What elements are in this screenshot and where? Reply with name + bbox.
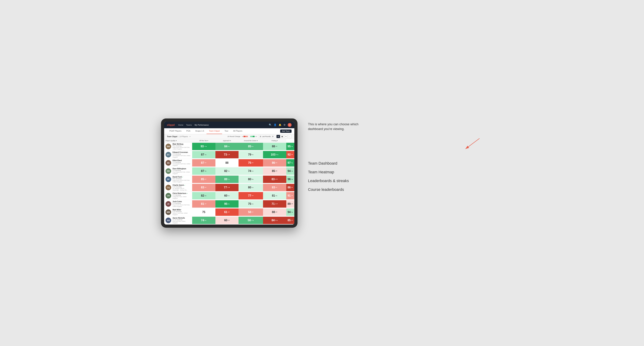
metric-number: 82	[224, 170, 227, 173]
nav-link-home[interactable]: Home	[178, 124, 183, 126]
metric-number: 58	[248, 211, 251, 214]
team-players-count: | 14 Players	[179, 136, 188, 138]
player-name[interactable]: Matt Miller	[172, 209, 191, 211]
col-header-putting: Putting ▾	[263, 139, 286, 142]
metric-value: 61 3▼	[216, 208, 239, 216]
round-change-label: 20 Round Change	[228, 136, 240, 137]
player-cell-9: AN Aaron Nicholls 11-15 Handicap Drift G…	[164, 216, 192, 224]
metric-value: 88 1▼	[263, 143, 286, 150]
player-info: Josh Coles 1-5 Handicap Royal North Devo…	[172, 201, 191, 207]
nav-icons: 🔍 👤 🔔 ⚙ U	[269, 123, 292, 127]
metric-change: 3▲	[291, 178, 293, 180]
metric-approach-5: 80 1▲	[238, 183, 263, 191]
avatar[interactable]: U	[288, 123, 292, 127]
metric-value: 85 4▼	[286, 217, 294, 224]
player-name[interactable]: Chris Robertson✓	[172, 192, 191, 194]
table-row: AN Aaron Nicholls 11-15 Handicap Drift G…	[164, 216, 294, 224]
player-avatar[interactable]: MM	[166, 209, 171, 215]
metric-change: 7▲	[228, 178, 230, 180]
player-name[interactable]: Edward Crossman	[172, 151, 191, 153]
metric-quality-0: 93 +4▲	[192, 142, 216, 151]
player-avatar[interactable]: EC	[166, 152, 171, 158]
sub-nav-pga[interactable]: PGA	[184, 128, 193, 134]
metric-number: 80	[248, 178, 251, 181]
bell-icon[interactable]: 🔔	[278, 124, 282, 126]
metric-value: 103 15▲	[263, 151, 286, 158]
metric-around_green-8: 88 2▼	[263, 208, 286, 216]
player-handicap: 1-5 Handicap	[172, 194, 191, 196]
metric-value: 85 3▼	[192, 176, 216, 183]
nav-link-myperformance[interactable]: My Performance	[194, 124, 209, 126]
player-avatar[interactable]: BM	[166, 144, 171, 149]
metric-number: 82	[201, 194, 204, 197]
player-avatar[interactable]: AN	[166, 218, 171, 223]
add-team-button[interactable]: Add Team	[280, 130, 292, 133]
heatmap-view-btn[interactable]: ▦	[280, 135, 284, 138]
grid-view-btn[interactable]: ⊞	[276, 135, 280, 138]
scale-dark-green	[252, 136, 254, 137]
metric-change: 1▼	[276, 146, 278, 147]
edit-icon[interactable]: ✏	[189, 136, 191, 138]
scale-dark-red	[244, 136, 246, 137]
menu-item-3[interactable]: Course leaderboards	[308, 187, 483, 192]
nav-link-teams[interactable]: Teams	[186, 124, 192, 126]
metric-number: 84	[224, 145, 227, 148]
menu-item-1[interactable]: Team Heatmap	[308, 170, 483, 174]
player-cell-5: CQ Charlie Quick✓ 6-10 Handicap St. Geor…	[164, 183, 192, 191]
page-wrapper: clippd Home Teams My Performance 🔍 👤 🔔 ⚙…	[161, 119, 483, 228]
metric-number: 94	[288, 170, 291, 173]
metric-change: 3▼	[204, 178, 206, 180]
metric-value: 86 8▼	[286, 184, 294, 191]
player-avatar[interactable]: JC	[166, 201, 171, 207]
metric-value: 86 6▼	[263, 159, 286, 167]
metric-change: 3▲	[291, 211, 293, 213]
player-cell-2: EE Elliot Ebert 1-5 Handicap Sunningdale…	[164, 159, 192, 167]
metric-around_green-7: 71 11▼	[263, 200, 286, 208]
player-name[interactable]: David Ford✓	[172, 176, 191, 178]
player-avatar[interactable]: CR	[166, 193, 171, 198]
sub-nav-pgat[interactable]: PGAT Players	[167, 128, 184, 134]
menu-item-2[interactable]: Leaderboards & streaks	[308, 178, 483, 183]
user-icon[interactable]: 👤	[274, 124, 276, 126]
metric-change: 8▲	[204, 219, 206, 221]
col-header-offtee: Off the Tee ▾	[192, 139, 216, 142]
metric-number: 91	[288, 194, 291, 197]
menu-item-0[interactable]: Team Dashboard	[308, 161, 483, 166]
player-avatar[interactable]: CQ	[166, 185, 171, 190]
player-info: Dave Billingham 1-5 Handicap Gog Magog G…	[172, 168, 191, 174]
metric-number: 75	[202, 211, 205, 214]
player-name[interactable]: Aaron Nicholls	[172, 217, 191, 219]
list-view-btn[interactable]: ≡	[284, 135, 288, 138]
player-name[interactable]: Dave Billingham	[172, 168, 191, 170]
sub-nav-allplayers[interactable]: All Players	[231, 128, 245, 134]
metric-value: 87 1▲	[192, 151, 216, 158]
sub-nav-tour[interactable]: Tour	[222, 128, 231, 134]
metric-number: 77	[248, 194, 251, 197]
search-icon[interactable]: 🔍	[269, 124, 272, 126]
player-name[interactable]: Charlie Quick✓	[172, 184, 191, 186]
metric-value: 83 6▼	[263, 184, 286, 191]
nav-links: Home Teams My Performance	[178, 124, 265, 126]
export-btn[interactable]: ↓	[288, 135, 292, 138]
metric-value: 60 2▲	[216, 192, 239, 199]
sub-nav-teamclippd[interactable]: Team Clippd	[206, 128, 222, 134]
verified-icon: ✓	[186, 193, 188, 194]
metric-approach-6: 77 3▼	[238, 191, 263, 200]
metric-off_tee-5: 77 14▼	[216, 183, 239, 191]
player-avatar[interactable]: EE	[166, 160, 171, 166]
player-avatar[interactable]: DB	[166, 168, 171, 174]
player-name[interactable]: Josh Coles	[172, 201, 191, 202]
team-name: Team Clippd	[167, 136, 177, 138]
metric-change: 10▼	[275, 178, 278, 180]
settings-icon[interactable]: ⚙	[284, 124, 286, 126]
table-row: EC Edward Crossman 1-5 Handicap Sunningd…	[164, 151, 294, 159]
last-rounds-button[interactable]: ⊞ Last Rounds: 20	[258, 135, 275, 138]
sub-nav-hcaps[interactable]: Hcaps 1-5	[193, 128, 206, 134]
metric-number: 75	[248, 202, 251, 205]
player-name[interactable]: Elliot Ebert	[172, 160, 191, 162]
player-name[interactable]: Blair McHarg	[172, 143, 191, 145]
metric-approach-4: 80 3▲	[238, 175, 263, 183]
player-avatar[interactable]: DF	[166, 176, 171, 182]
metric-value: 97 5▲	[286, 159, 294, 167]
col-header-approach: Approach ▾	[216, 139, 239, 142]
